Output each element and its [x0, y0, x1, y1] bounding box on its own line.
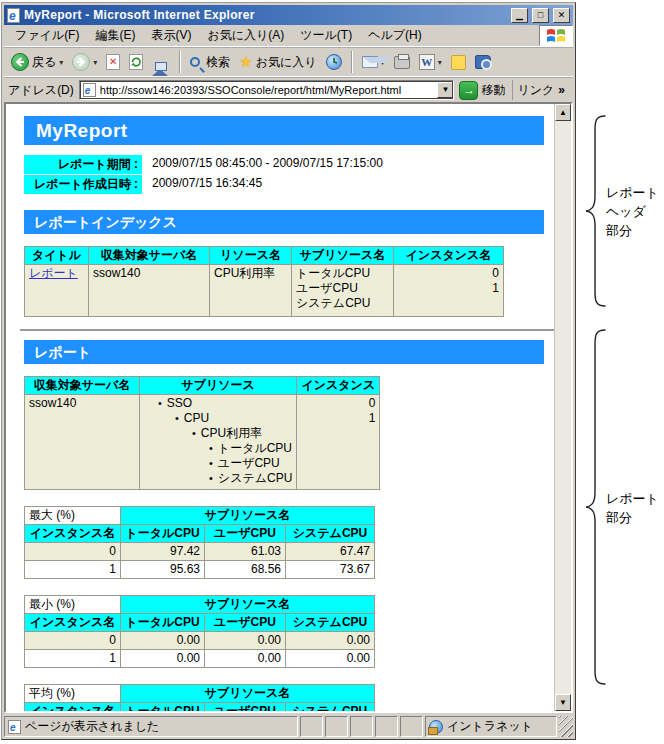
col-instance: インスタンス名: [394, 247, 504, 265]
table-row: 1 95.63 68.56 73.67: [25, 561, 375, 579]
discuss-icon: [451, 55, 466, 70]
scroll-down-icon[interactable]: ▼: [555, 694, 571, 711]
links-chevron-icon: »: [558, 83, 565, 97]
col-total-cpu: トータルCPU: [121, 525, 205, 543]
address-dropdown-icon[interactable]: ▼: [437, 82, 453, 98]
col-subresource: サブリソース名: [292, 247, 394, 265]
address-combo[interactable]: e http://ssow146:20393/SSOConsole/report…: [79, 80, 455, 100]
resource-cell: CPU利用率: [210, 265, 292, 317]
forward-dropdown-icon[interactable]: ▾: [93, 58, 97, 67]
search-button[interactable]: 検索: [188, 52, 232, 73]
report-period-label: レポート期間 :: [24, 155, 142, 174]
col-server: 収集対象サーバ名: [89, 247, 210, 265]
title-bar: e MyReport - Microsoft Internet Explorer…: [4, 5, 573, 25]
page-icon: e: [8, 720, 21, 734]
status-pane: [350, 716, 373, 737]
resize-grip[interactable]: [559, 716, 573, 737]
back-label: 戻る: [32, 54, 56, 71]
status-bar: e ページが表示されました イントラネット: [4, 713, 573, 737]
max-table: 最大 (%) サブリソース名 インスタンス名 トータルCPU ユーザCPU シス…: [24, 506, 375, 579]
report-summary-table: 収集対象サーバ名 サブリソース インスタンス ssow140 SSO CPU C…: [24, 376, 380, 490]
stat-label: 平均 (%): [25, 685, 121, 703]
server-cell: ssow140: [89, 265, 210, 317]
forward-icon: [72, 53, 90, 71]
history-button[interactable]: [324, 52, 344, 72]
stat-label: 最大 (%): [25, 507, 121, 525]
mail-button[interactable]: ▾: [360, 54, 387, 70]
col-server: 収集対象サーバ名: [25, 377, 140, 395]
print-button[interactable]: [392, 54, 412, 71]
col-instance: インスタンス名: [25, 525, 121, 543]
go-label: 移動: [481, 82, 505, 99]
menu-tools[interactable]: ツール(T): [293, 25, 359, 46]
page-title: MyReport: [24, 116, 544, 145]
header-section-annotation: レポート ヘッダ 部分: [606, 183, 659, 240]
mail-icon: [362, 56, 378, 68]
col-user-cpu: ユーザCPU: [205, 703, 286, 712]
col-total-cpu: トータルCPU: [121, 614, 205, 632]
forward-button[interactable]: ▾: [70, 51, 99, 73]
print-icon: [394, 56, 410, 69]
close-button[interactable]: ✕: [553, 8, 570, 23]
col-user-cpu: ユーザCPU: [205, 614, 286, 632]
back-button[interactable]: 戻る ▾: [9, 51, 65, 73]
table-row: レポート ssow140 CPU利用率 トータルCPU ユーザCPU システムC…: [25, 265, 504, 317]
vertical-scrollbar[interactable]: ▲ ▼: [554, 104, 571, 711]
status-message-pane: e ページが表示されました: [4, 716, 298, 737]
edit-dropdown-icon[interactable]: ▾: [438, 58, 442, 67]
col-system-cpu: システムCPU: [286, 525, 375, 543]
go-button[interactable]: → 移動: [459, 81, 505, 100]
report-period-value: 2009/07/15 08:45:00 - 2009/07/15 17:15:0…: [142, 155, 383, 174]
server-cell: ssow140: [25, 395, 140, 490]
table-row: 1 0.00 0.00 0.00: [25, 650, 375, 668]
menu-edit[interactable]: 編集(E): [88, 25, 142, 46]
back-dropdown-icon[interactable]: ▾: [59, 58, 63, 67]
word-icon: W: [419, 54, 435, 70]
col-instance: インスタンス: [297, 377, 380, 395]
menu-view[interactable]: 表示(V): [144, 25, 198, 46]
back-icon: [11, 53, 29, 71]
report-link[interactable]: レポート: [29, 266, 78, 280]
search-icon: [190, 57, 200, 67]
col-user-cpu: ユーザCPU: [205, 525, 286, 543]
report-section-annotation: レポート 部分: [606, 489, 659, 527]
home-button[interactable]: [150, 52, 172, 72]
favorites-button[interactable]: ★ お気に入り: [237, 52, 318, 73]
toolbar-separator: [351, 51, 353, 73]
col-system-cpu: システムCPU: [286, 703, 375, 712]
menu-help[interactable]: ヘルプ(H): [361, 25, 429, 46]
refresh-icon: [129, 54, 143, 70]
stop-icon: ✕: [106, 54, 120, 70]
instance-cell: 0 1: [297, 395, 380, 490]
edit-with-word-button[interactable]: W ▾: [417, 52, 444, 72]
home-icon: [152, 55, 168, 76]
min-table: 最小 (%) サブリソース名 インスタンス名 トータルCPU ユーザCPU シス…: [24, 595, 375, 668]
table-row: 0 97.42 61.03 67.47: [25, 543, 375, 561]
menu-bar: ファイル(F) 編集(E) 表示(V) お気に入り(A) ツール(T) ヘルプ(…: [4, 25, 573, 47]
maximize-button[interactable]: □: [532, 8, 549, 23]
refresh-button[interactable]: [127, 52, 145, 72]
history-icon: [326, 54, 342, 70]
menu-favorites[interactable]: お気に入り(A): [200, 25, 291, 46]
col-instance: インスタンス名: [25, 614, 121, 632]
address-input[interactable]: http://ssow146:20393/SSOConsole/report/h…: [100, 84, 434, 96]
report-period-row: レポート期間 : 2009/07/15 08:45:00 - 2009/07/1…: [24, 155, 554, 174]
report-page: MyReport レポート期間 : 2009/07/15 08:45:00 - …: [6, 104, 554, 711]
report-section-brace: [583, 328, 607, 686]
report-section-title: レポート: [24, 340, 544, 364]
status-pane: [400, 716, 423, 737]
menu-file[interactable]: ファイル(F): [8, 25, 86, 46]
scroll-up-icon[interactable]: ▲: [555, 104, 571, 121]
instance-cell: 0 1: [394, 265, 504, 317]
status-pane: [375, 716, 398, 737]
links-button[interactable]: リンク »: [512, 80, 569, 100]
window-title: MyReport - Microsoft Internet Explorer: [24, 8, 507, 22]
stat-label: 最小 (%): [25, 596, 121, 614]
go-arrow-icon: →: [459, 81, 478, 100]
research-icon: [475, 55, 491, 69]
minimize-button[interactable]: ▁: [511, 8, 528, 23]
status-pane: [300, 716, 323, 737]
stop-button[interactable]: ✕: [104, 52, 122, 72]
research-button[interactable]: [473, 53, 493, 71]
discuss-button[interactable]: [449, 53, 468, 72]
